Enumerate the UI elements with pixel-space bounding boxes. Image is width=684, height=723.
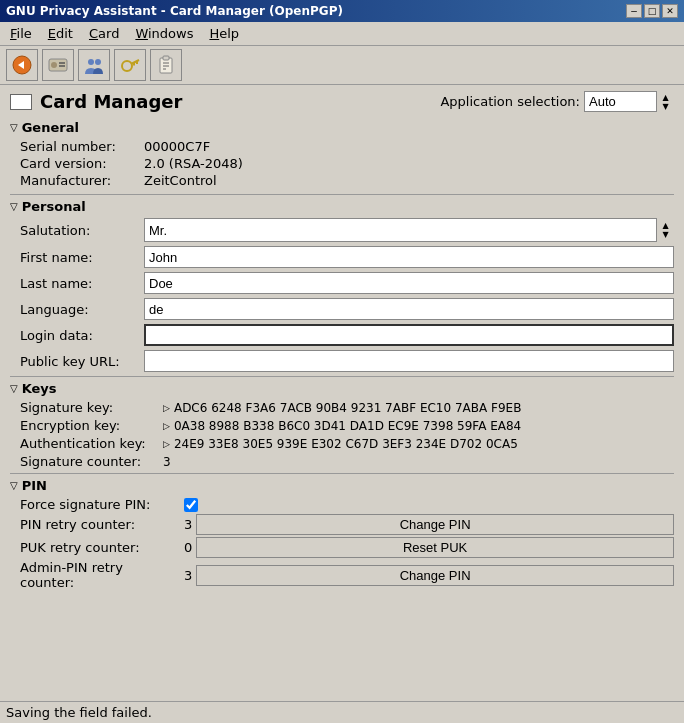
- logindata-row: Login data:: [10, 324, 674, 346]
- pubkeyurl-field[interactable]: [144, 350, 674, 372]
- keys-divider: [10, 473, 674, 474]
- version-value: 2.0 (RSA-2048): [144, 156, 674, 171]
- toolbar-id-btn[interactable]: [42, 49, 74, 81]
- force-sig-pin-checkbox[interactable]: [184, 498, 198, 512]
- lastname-field[interactable]: [144, 272, 674, 294]
- menu-windows[interactable]: Windows: [129, 24, 199, 43]
- personal-triangle-icon: ▽: [10, 201, 18, 212]
- language-field[interactable]: [144, 298, 674, 320]
- pubkeyurl-input[interactable]: [144, 350, 674, 372]
- force-sig-pin-checkbox-wrapper[interactable]: [184, 498, 198, 512]
- toolbar-people-btn[interactable]: [78, 49, 110, 81]
- pin-retry-count: 3: [184, 517, 192, 532]
- general-divider: [10, 194, 674, 195]
- key-icon: [119, 54, 141, 76]
- personal-section-header: ▽ Personal: [10, 199, 674, 214]
- sig-key-icon[interactable]: ▷: [163, 403, 170, 413]
- menu-card[interactable]: Card: [83, 24, 125, 43]
- titlebar: GNU Privacy Assistant - Card Manager (Op…: [0, 0, 684, 22]
- serial-value: 00000C7F: [144, 139, 674, 154]
- minimize-btn[interactable]: −: [626, 4, 642, 18]
- menubar: File Edit Card Windows Help: [0, 22, 684, 46]
- serial-label: Serial number:: [20, 139, 140, 154]
- maximize-btn[interactable]: □: [644, 4, 660, 18]
- personal-title: Personal: [22, 199, 86, 214]
- firstname-row: First name:: [10, 246, 674, 268]
- id-icon: [47, 54, 69, 76]
- keys-info: Signature key: ▷ ADC6 6248 F3A6 7ACB 90B…: [10, 400, 674, 469]
- change-admin-pin-button[interactable]: Change PIN: [196, 565, 674, 586]
- window-controls[interactable]: − □ ✕: [626, 4, 678, 18]
- force-sig-pin-label: Force signature PIN:: [20, 497, 180, 512]
- general-triangle-icon: ▽: [10, 122, 18, 133]
- manufacturer-label: Manufacturer:: [20, 173, 140, 188]
- admin-pin-row: Admin-PIN retry counter: 3 Change PIN: [10, 560, 674, 590]
- toolbar-key-btn[interactable]: [114, 49, 146, 81]
- force-sig-pin-row: Force signature PIN:: [10, 497, 674, 512]
- lastname-input[interactable]: [144, 272, 674, 294]
- language-input[interactable]: [144, 298, 674, 320]
- salutation-row: Salutation: Mr. Mrs. Dr. Prof. ▲▼: [10, 218, 674, 242]
- sig-counter-label: Signature counter:: [20, 454, 160, 469]
- version-label: Card version:: [20, 156, 140, 171]
- close-btn[interactable]: ✕: [662, 4, 678, 18]
- auth-key-fp: 24E9 33E8 30E5 939E E302 C67D 3EF3 234E …: [174, 437, 518, 451]
- auth-key-icon[interactable]: ▷: [163, 439, 170, 449]
- firstname-input[interactable]: [144, 246, 674, 268]
- menu-file[interactable]: File: [4, 24, 38, 43]
- back-icon: [11, 54, 33, 76]
- logindata-label: Login data:: [20, 324, 140, 346]
- pin-title: PIN: [22, 478, 47, 493]
- keys-title: Keys: [22, 381, 57, 396]
- header-row: Card Manager Application selection: Auto…: [10, 91, 674, 112]
- svg-point-6: [88, 59, 94, 65]
- puk-retry-row: PUK retry counter: 0 Reset PUK: [10, 537, 674, 558]
- enc-key-fp: 0A38 8988 B338 B6C0 3D41 DA1D EC9E 7398 …: [174, 419, 521, 433]
- pin-triangle-icon: ▽: [10, 480, 18, 491]
- card-icon: [10, 94, 32, 110]
- salutation-select-wrapper[interactable]: Mr. Mrs. Dr. Prof. ▲▼: [144, 218, 674, 242]
- app-selection-label: Application selection:: [440, 94, 580, 109]
- pin-section-header: ▽ PIN: [10, 478, 674, 493]
- enc-key-value: ▷ 0A38 8988 B338 B6C0 3D41 DA1D EC9E 739…: [163, 418, 674, 433]
- toolbar: [0, 46, 684, 85]
- toolbar-clipboard-btn[interactable]: [150, 49, 182, 81]
- menu-edit[interactable]: Edit: [42, 24, 79, 43]
- app-selection-select[interactable]: Auto OpenPGP NKS: [584, 91, 674, 112]
- general-info: Serial number: 00000C7F Card version: 2.…: [10, 139, 674, 188]
- manufacturer-value: ZeitControl: [144, 173, 674, 188]
- logindata-input[interactable]: [144, 324, 674, 346]
- puk-retry-label: PUK retry counter:: [20, 540, 180, 555]
- lastname-label: Last name:: [20, 272, 140, 294]
- sig-key-label: Signature key:: [20, 400, 160, 415]
- change-pin-button[interactable]: Change PIN: [196, 514, 674, 535]
- lastname-row: Last name:: [10, 272, 674, 294]
- pin-retry-row: PIN retry counter: 3 Change PIN: [10, 514, 674, 535]
- language-label: Language:: [20, 298, 140, 320]
- enc-key-icon[interactable]: ▷: [163, 421, 170, 431]
- menu-help[interactable]: Help: [203, 24, 245, 43]
- main-content: Card Manager Application selection: Auto…: [0, 85, 684, 701]
- keys-section-header: ▽ Keys: [10, 381, 674, 396]
- auth-key-label: Authentication key:: [20, 436, 160, 451]
- firstname-label: First name:: [20, 246, 140, 268]
- people-icon: [83, 54, 105, 76]
- reset-puk-button[interactable]: Reset PUK: [196, 537, 674, 558]
- pubkeyurl-label: Public key URL:: [20, 350, 140, 372]
- svg-rect-13: [163, 56, 169, 60]
- app-selection-combo-wrapper[interactable]: Auto OpenPGP NKS ▲▼: [584, 91, 674, 112]
- clipboard-icon: [155, 54, 177, 76]
- svg-point-3: [51, 62, 57, 68]
- firstname-field[interactable]: [144, 246, 674, 268]
- personal-divider: [10, 376, 674, 377]
- salutation-select[interactable]: Mr. Mrs. Dr. Prof.: [144, 218, 674, 242]
- keys-triangle-icon: ▽: [10, 383, 18, 394]
- salutation-field[interactable]: Mr. Mrs. Dr. Prof. ▲▼: [144, 218, 674, 242]
- logindata-field[interactable]: [144, 324, 674, 346]
- enc-key-label: Encryption key:: [20, 418, 160, 433]
- puk-retry-count: 0: [184, 540, 192, 555]
- toolbar-back-btn[interactable]: [6, 49, 38, 81]
- sig-counter-value: 3: [163, 454, 674, 469]
- general-title: General: [22, 120, 79, 135]
- window-title: GNU Privacy Assistant - Card Manager (Op…: [6, 4, 343, 18]
